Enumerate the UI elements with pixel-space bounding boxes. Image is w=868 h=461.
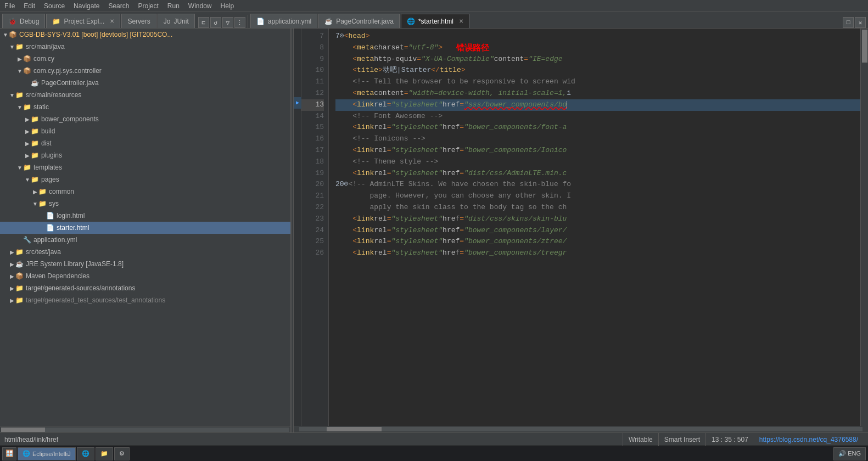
taskbar-tray[interactable]: 🔊 ENG bbox=[833, 447, 866, 460]
restore-btn[interactable]: ✕ bbox=[855, 17, 866, 28]
line-num-9: 9 bbox=[301, 54, 324, 65]
com-cy-label: com.cy bbox=[33, 55, 54, 63]
sidebar-item-login-html[interactable]: 📄 login.html bbox=[0, 210, 290, 222]
line-num-8: 8 bbox=[301, 42, 324, 54]
tab-project-explorer[interactable]: 📁 Project Expl... ✕ bbox=[46, 14, 120, 28]
static-icon: 📁 bbox=[23, 103, 31, 111]
tab-debug[interactable]: 🐞 Debug bbox=[2, 14, 45, 28]
sidebar-item-src-test-java[interactable]: ▶ 📁 src/test/java bbox=[0, 246, 290, 258]
menu-bar: File Edit Source Navigate Search Project… bbox=[0, 0, 868, 12]
sidebar-hscroll[interactable] bbox=[0, 426, 290, 432]
menu-search[interactable]: Search bbox=[108, 2, 129, 10]
menu-help[interactable]: Help bbox=[221, 2, 234, 10]
sidebar-item-common[interactable]: ▶ 📁 common bbox=[0, 185, 290, 198]
menu-source[interactable]: Source bbox=[44, 2, 65, 10]
sidebar-item-target-generated[interactable]: ▶ 📁 target/generated-sources/annotations bbox=[0, 282, 290, 294]
arrow-sys: ▼ bbox=[32, 201, 38, 207]
editor-hscroll[interactable] bbox=[294, 426, 868, 432]
arrow-yml bbox=[16, 237, 23, 243]
code-line-15: <link rel="stylesheet" href="bower_compo… bbox=[335, 122, 860, 133]
menu-edit[interactable]: Edit bbox=[24, 2, 35, 10]
dist-icon: 📁 bbox=[31, 139, 39, 147]
project-close-icon[interactable]: ✕ bbox=[110, 18, 114, 24]
tab-servers[interactable]: Servers bbox=[121, 14, 156, 28]
code-lines[interactable]: 7⊙ <head> <meta charset="utf-8">错误路径 <me… bbox=[329, 29, 860, 426]
sidebar-item-bower[interactable]: ▶ 📁 bower_components bbox=[0, 113, 290, 125]
tab-junit[interactable]: Jo JUnit bbox=[158, 14, 195, 28]
editor-area: ▶ 7 8 9 10 11 12 13 14 15 16 17 18 19 20… bbox=[294, 29, 868, 432]
menu-run[interactable]: Run bbox=[167, 2, 180, 10]
sidebar-item-application-yml[interactable]: 🔧 application.yml bbox=[0, 234, 290, 246]
pagecontroller-label: PageController.java bbox=[41, 79, 99, 87]
sidebar-item-plugins[interactable]: ▶ 📁 plugins bbox=[0, 149, 290, 161]
line7-fold: 7⊙ bbox=[335, 31, 344, 42]
code-line-7: 7⊙ <head> bbox=[335, 31, 860, 42]
maximize-btn[interactable]: □ bbox=[843, 17, 854, 28]
sidebar-item-static[interactable]: ▼ 📁 static bbox=[0, 101, 290, 113]
target-generated-icon: 📁 bbox=[15, 284, 24, 292]
sidebar-item-com-cy[interactable]: ▶ 📦 com.cy bbox=[0, 53, 290, 65]
menu-navigate[interactable]: Navigate bbox=[74, 2, 99, 10]
sidebar-item-maven[interactable]: ▶ 📦 Maven Dependencies bbox=[0, 270, 290, 282]
sidebar-item-jre[interactable]: ▶ ☕ JRE System Library [JavaSE-1.8] bbox=[0, 258, 290, 270]
taskbar-cmd-item[interactable]: ⚙ bbox=[114, 447, 130, 460]
toolbar-btn-2[interactable]: ↺ bbox=[210, 17, 221, 28]
jre-icon: ☕ bbox=[15, 260, 24, 268]
root-icon: 📦 bbox=[9, 31, 17, 38]
sidebar-item-com-cy-controller[interactable]: ▼ 📦 com.cy.pj.sys.controller bbox=[0, 65, 290, 77]
sidebar-item-root[interactable]: ▼ 📦 CGB-DB-SYS-V3.01 [boot] [devtools] [… bbox=[0, 29, 290, 41]
sidebar-item-src-main-java[interactable]: ▼ 📁 src/main/java bbox=[0, 41, 290, 53]
tab-bar: 🐞 Debug 📁 Project Expl... ✕ Servers Jo J… bbox=[0, 12, 868, 29]
hscroll-track[interactable] bbox=[299, 427, 863, 431]
taskbar-folder-item[interactable]: 📁 bbox=[96, 447, 113, 460]
line-num-25: 25 bbox=[301, 236, 324, 248]
build-icon: 📁 bbox=[31, 127, 39, 135]
code-line-14: <!-- Font Awesome --> bbox=[335, 111, 860, 122]
vscroll-thumb[interactable] bbox=[862, 30, 867, 63]
toolbar-btn-4[interactable]: ⋮ bbox=[234, 17, 245, 28]
sidebar-item-target-test[interactable]: ▶ 📁 target/generated_test_sources/test_a… bbox=[0, 294, 290, 306]
code-line-21: page. However, you can choose any other … bbox=[335, 190, 860, 202]
sidebar-item-src-main-resources[interactable]: ▼ 📁 src/main/resources bbox=[0, 89, 290, 101]
project-label: Project Expl... bbox=[64, 18, 104, 25]
src-test-label: src/test/java bbox=[26, 248, 61, 256]
taskbar-ide-label: Eclipse/IntelliJ bbox=[32, 451, 71, 457]
sidebar-item-build[interactable]: ▶ 📁 build bbox=[0, 125, 290, 137]
yml-label: application.yml bbox=[268, 18, 311, 25]
arrow-login bbox=[40, 213, 46, 219]
templates-label: templates bbox=[33, 164, 62, 171]
sidebar-item-starter-html[interactable]: 📄 starter.html bbox=[0, 222, 290, 234]
sidebar-item-dist[interactable]: ▶ 📁 dist bbox=[0, 137, 290, 149]
sidebar-item-pagecontroller[interactable]: ☕ PageController.java bbox=[0, 77, 290, 89]
toolbar-btn-1[interactable]: ⊏ bbox=[198, 17, 209, 28]
line-num-10: 10 bbox=[301, 65, 324, 76]
sidebar-item-sys[interactable]: ▼ 📁 sys bbox=[0, 198, 290, 210]
taskbar-start-btn[interactable]: 🪟 bbox=[2, 447, 16, 460]
sidebar-item-templates[interactable]: ▼ 📁 templates bbox=[0, 161, 290, 173]
menu-file[interactable]: File bbox=[4, 2, 15, 10]
debug-icon: 🐞 bbox=[8, 18, 16, 25]
hscroll-thumb[interactable] bbox=[327, 427, 382, 431]
yml-file-label: application.yml bbox=[33, 236, 77, 244]
tab-application-yml[interactable]: 📄 application.yml bbox=[250, 14, 317, 28]
status-path: html/head/link/href bbox=[4, 436, 623, 443]
editor-vscroll[interactable] bbox=[860, 29, 868, 426]
toolbar-btn-3[interactable]: ▽ bbox=[222, 17, 233, 28]
editor-content: ▶ 7 8 9 10 11 12 13 14 15 16 17 18 19 20… bbox=[294, 29, 868, 426]
taskbar-browser-item[interactable]: 🌐 bbox=[77, 447, 94, 460]
dist-label: dist bbox=[41, 139, 52, 147]
target-test-icon: 📁 bbox=[15, 296, 24, 304]
tab-starter-html[interactable]: 🌐 *starter.html ✕ bbox=[401, 14, 469, 28]
arrow-pages: ▼ bbox=[24, 177, 31, 183]
tab-pagecontroller-java[interactable]: ☕ PageController.java bbox=[318, 14, 400, 28]
sys-icon: 📁 bbox=[38, 200, 47, 207]
sidebar-item-pages[interactable]: ▼ 📁 pages bbox=[0, 173, 290, 185]
starter-html-icon: 📄 bbox=[46, 224, 54, 232]
taskbar-ide-item[interactable]: 🌐 Eclipse/IntelliJ bbox=[18, 447, 76, 460]
menu-window[interactable]: Window bbox=[188, 2, 212, 10]
status-insert-mode: Smart Insert bbox=[658, 433, 705, 446]
menu-project[interactable]: Project bbox=[138, 2, 158, 10]
line-num-14: 14 bbox=[301, 111, 324, 122]
html-close-icon[interactable]: ✕ bbox=[459, 18, 463, 24]
line-num-12: 12 bbox=[301, 88, 324, 99]
